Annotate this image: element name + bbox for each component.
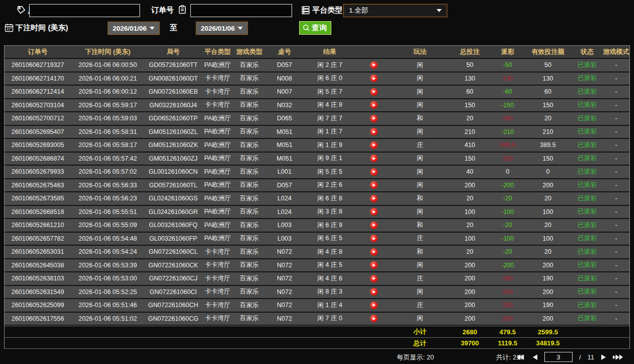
- play-video-button[interactable]: [370, 275, 378, 282]
- pager-controls: / 11: [516, 352, 623, 362]
- cell-valid-bet: 150: [524, 102, 572, 109]
- cell-table-no: N008: [265, 75, 304, 82]
- cell-order-id: 260106052675463: [5, 182, 71, 189]
- cell-total-bet: 200: [449, 262, 491, 269]
- cell-valid-bet: 60: [524, 88, 572, 95]
- cell-total-bet: 200: [449, 288, 491, 296]
- play-video-button[interactable]: [370, 141, 378, 149]
- pagination-bar: 每页显示: 20 共计: 210 / 11: [0, 350, 634, 364]
- cell-payout: -100: [491, 208, 524, 215]
- cell-play-type: 闲: [391, 287, 449, 296]
- search-button-label: 查询: [312, 23, 327, 33]
- cell-result: 闲 6 庄 0: [304, 74, 356, 83]
- cell-valid-bet: 200: [524, 315, 572, 322]
- play-video-button[interactable]: [370, 75, 378, 82]
- play-icon: [373, 224, 376, 227]
- play-video-button[interactable]: [370, 128, 378, 135]
- first-page-button[interactable]: [516, 354, 526, 360]
- play-icon: [373, 77, 376, 80]
- play-video-button[interactable]: [370, 315, 378, 322]
- cell-play-type: 闲: [391, 61, 449, 69]
- grand-total-row: 总计 39700 1119.5 34819.5: [5, 337, 629, 349]
- cell-play-type: 闲: [391, 154, 449, 163]
- cell-round-id: GN072261060CG: [145, 315, 202, 322]
- cell-game-type: 百家乐: [233, 61, 265, 69]
- search-button[interactable]: 查询: [299, 21, 331, 35]
- play-video-button[interactable]: [370, 261, 378, 269]
- cell-status: 已派彩: [572, 154, 603, 163]
- date-to-select[interactable]: 2026/01/06: [196, 22, 248, 35]
- platform-type-value: 1.全部: [349, 6, 368, 15]
- cell-bet-time: 2026-01-06 05:59:17: [71, 102, 145, 109]
- cell-play-type: 闲: [391, 101, 449, 109]
- cell-status: 已派彩: [572, 101, 603, 109]
- platform-type-select[interactable]: 1.全部: [343, 4, 447, 17]
- cell-order-id: 260106052625099: [5, 302, 71, 309]
- cell-video: [356, 302, 391, 309]
- cell-play-type: 闲: [391, 127, 449, 136]
- clipboard-icon: [177, 5, 187, 15]
- cell-total-bet: 150: [449, 102, 491, 109]
- cell-platform: 卡卡湾厅: [202, 88, 233, 96]
- play-video-button[interactable]: [370, 248, 378, 256]
- cell-status: 已派彩: [572, 61, 603, 69]
- cell-order-id: 260106062714170: [5, 75, 71, 82]
- play-video-button[interactable]: [370, 288, 378, 296]
- cell-valid-bet: 190: [524, 275, 572, 282]
- order-no-input[interactable]: [190, 4, 292, 17]
- prev-page-button[interactable]: [532, 354, 538, 360]
- play-video-button[interactable]: [370, 222, 378, 229]
- grand-total-total-bet: 39700: [449, 339, 491, 347]
- cell-result: 闲 4 庄 6: [304, 274, 356, 283]
- search-icon: [302, 24, 311, 32]
- play-video-button[interactable]: [370, 168, 378, 176]
- date-range-to-label: 至: [170, 23, 177, 33]
- last-page-button[interactable]: [613, 354, 623, 360]
- cell-table-no: D057: [265, 61, 304, 68]
- play-video-button[interactable]: [370, 155, 378, 162]
- cell-round-id: GN072261060CL: [145, 248, 202, 255]
- cell-status: 已派彩: [572, 88, 603, 96]
- cell-result: 闲 4 庄 8: [304, 248, 356, 256]
- play-video-button[interactable]: [370, 302, 378, 309]
- play-video-button[interactable]: [370, 208, 378, 215]
- grand-total-payout: 1119.5: [491, 339, 524, 347]
- cell-play-type: 闲: [391, 168, 449, 176]
- cell-result: 闲 6 庄 8: [304, 194, 356, 203]
- cell-platform: 卡卡湾厅: [202, 314, 233, 323]
- col-header-order-id: 订单号: [5, 47, 71, 56]
- cell-order-id: 260106052703104: [5, 102, 71, 109]
- cell-status: 已派彩: [572, 248, 603, 256]
- cell-result: 闲 9 庄 1: [304, 154, 356, 163]
- next-page-button[interactable]: [601, 354, 606, 360]
- cell-game-mode: -: [603, 248, 629, 255]
- date-from-select[interactable]: 2026/01/06: [108, 22, 160, 35]
- play-icon: [373, 264, 376, 267]
- round-no-input[interactable]: [29, 4, 140, 17]
- cell-play-type: 和: [391, 248, 449, 256]
- play-video-button[interactable]: [370, 235, 378, 242]
- cell-status: 已派彩: [572, 261, 603, 269]
- cell-game-mode: -: [603, 155, 629, 162]
- cell-payout: 130: [491, 75, 524, 82]
- cell-result: 闲 1 庄 7: [304, 127, 356, 136]
- play-video-button[interactable]: [370, 88, 378, 96]
- cell-game-mode: -: [603, 208, 629, 215]
- play-video-button[interactable]: [370, 115, 378, 122]
- cell-bet-time: 2026-01-06 05:54:48: [71, 235, 145, 242]
- cell-round-id: GN072261060CI: [145, 288, 202, 296]
- table-row: 260106052625099 2026-01-06 05:51:46 GN07…: [5, 299, 629, 313]
- cell-order-id: 260106062719327: [5, 61, 71, 68]
- cell-table-no: N007: [265, 88, 304, 95]
- cell-status: 已派彩: [572, 314, 603, 323]
- cell-round-id: GD065261060TP: [145, 115, 202, 122]
- cell-total-bet: 20: [449, 222, 491, 229]
- play-video-button[interactable]: [370, 101, 378, 109]
- cell-payout: -20: [491, 248, 524, 255]
- play-video-button[interactable]: [370, 195, 378, 202]
- cell-platform: 卡卡湾厅: [202, 101, 233, 109]
- play-video-button[interactable]: [370, 61, 378, 69]
- page-input[interactable]: [544, 352, 573, 362]
- play-video-button[interactable]: [370, 181, 378, 189]
- cell-platform: PA欧洲厅: [202, 207, 233, 216]
